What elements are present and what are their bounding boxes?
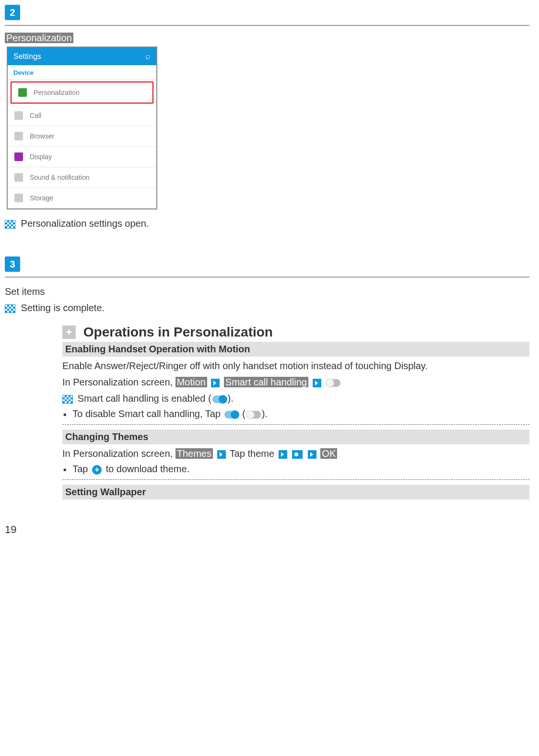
- search-icon: ⌕: [145, 51, 151, 61]
- dotted-separator: [62, 479, 529, 480]
- arrow-icon: [313, 379, 321, 387]
- section-personalization: Personalization Settings ⌕ Device Person…: [5, 33, 529, 231]
- list-item-label: Browser: [30, 132, 54, 140]
- list-item-icon: [14, 173, 23, 182]
- motion-result-end: ).: [228, 393, 234, 404]
- list-item-icon: [14, 152, 23, 161]
- ok-chip: OK: [320, 448, 337, 459]
- bullet-text: To disable Smart call handling, Tap: [72, 408, 223, 419]
- step-separator: [5, 25, 529, 26]
- screenshot-list-item: Personalization: [11, 81, 153, 104]
- step-2-badge: 2: [5, 5, 20, 20]
- toggle-off-icon: [326, 379, 340, 387]
- result-icon: [5, 304, 15, 313]
- plus-icon: +: [62, 326, 76, 339]
- bullet-mid: (: [242, 408, 246, 419]
- motion-desc: Enable Answer/Reject/Ringer off with onl…: [62, 359, 529, 373]
- list-item-label: Display: [30, 153, 52, 161]
- themes-download-bullet: Tap + to download theme.: [63, 464, 529, 475]
- screenshot-list-item: Sound & notification: [8, 167, 156, 188]
- screenshot-header: Settings ⌕: [8, 47, 156, 65]
- arrow-icon: [308, 450, 316, 459]
- themes-steps: In Personalization screen, Themes Tap th…: [62, 446, 529, 461]
- result-line-3: Setting is complete.: [5, 301, 529, 315]
- result-icon: [5, 220, 15, 229]
- list-item-icon: [14, 132, 23, 140]
- list-item-icon: [14, 194, 23, 202]
- themes-subheader: Changing Themes: [62, 430, 529, 444]
- list-item-label: Call: [30, 112, 41, 119]
- screenshot-list-item: Storage: [8, 188, 156, 209]
- note-icon: [62, 395, 73, 404]
- screenshot-header-title: Settings: [13, 52, 41, 61]
- themes-mid: Tap theme: [230, 448, 274, 459]
- set-items-title: Set items: [5, 284, 529, 299]
- motion-chip: Motion: [176, 377, 207, 387]
- smart-call-chip: Smart call handling: [224, 377, 308, 387]
- screenshot-list-item: Call: [8, 105, 156, 126]
- motion-steps: In Personalization screen, Motion Smart …: [62, 375, 529, 389]
- settings-screenshot: Settings ⌕ Device PersonalizationCallBro…: [7, 47, 157, 209]
- toggle-on-icon: [212, 395, 227, 403]
- bullet-text: Tap: [72, 464, 91, 474]
- list-item-icon: [18, 88, 27, 97]
- toggle-off-icon: [246, 411, 261, 419]
- bullet-end: ).: [262, 408, 268, 419]
- screenshot-list-item: Browser: [8, 126, 156, 147]
- motion-subheader: Enabling Handset Operation with Motion: [62, 342, 529, 357]
- list-item-label: Sound & notification: [30, 174, 90, 181]
- themes-prefix: In Personalization screen,: [62, 448, 176, 459]
- motion-disable-bullet: To disable Smart call handling, Tap ().: [63, 408, 529, 419]
- themes-chip: Themes: [176, 448, 213, 459]
- operations-heading: + Operations in Personalization: [62, 325, 529, 340]
- list-item-icon: [14, 111, 23, 120]
- list-item-label: Personalization: [34, 89, 80, 96]
- toggle-on-icon: [224, 411, 239, 419]
- screenshot-list-item: Display: [8, 147, 156, 167]
- arrow-icon: [211, 379, 220, 387]
- bullet-end: to download theme.: [106, 464, 190, 474]
- step-3-badge: 3: [5, 256, 20, 272]
- step-separator: [5, 277, 529, 278]
- result-line: Personalization settings open.: [5, 216, 529, 231]
- motion-step-prefix: In Personalization screen,: [62, 377, 176, 387]
- motion-result-text: Smart call handling is enabled (: [78, 393, 211, 404]
- operations-heading-text: Operations in Personalization: [83, 325, 273, 339]
- preview-icon: [292, 450, 303, 459]
- themes-bullets: Tap + to download theme.: [62, 464, 529, 475]
- page-number: 19: [5, 523, 529, 536]
- operations-block: + Operations in Personalization Enabling…: [62, 325, 529, 500]
- dotted-separator: [62, 424, 529, 425]
- motion-bullets: To disable Smart call handling, Tap ().: [62, 408, 529, 419]
- result-text-3: Setting is complete.: [21, 302, 105, 313]
- motion-result: Smart call handling is enabled ().: [62, 391, 529, 406]
- arrow-icon: [279, 450, 287, 459]
- section-title-highlight: Personalization: [5, 33, 73, 43]
- list-item-label: Storage: [30, 194, 53, 202]
- wallpaper-subheader: Setting Wallpaper: [62, 485, 529, 500]
- arrow-icon: [217, 450, 226, 459]
- result-text: Personalization settings open.: [21, 218, 149, 229]
- add-icon: +: [92, 465, 102, 475]
- screenshot-tab: Device: [8, 65, 156, 80]
